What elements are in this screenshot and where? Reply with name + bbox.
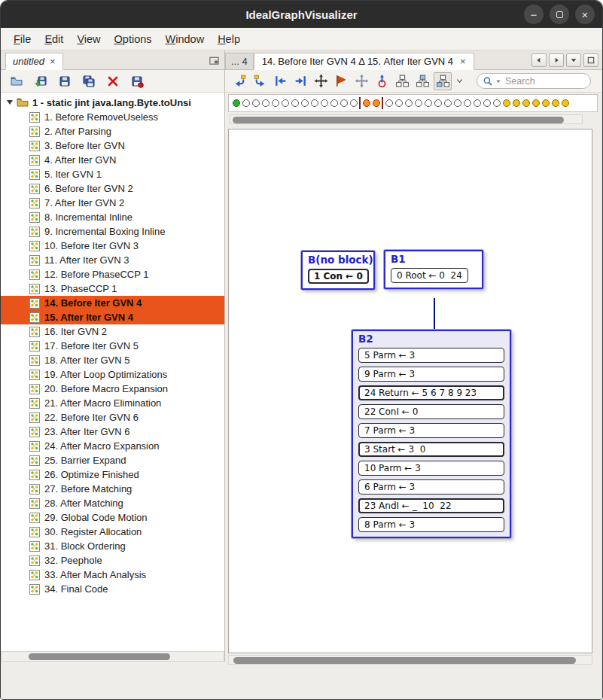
tree-item[interactable]: 14. Before Iter GVN 4 <box>1 296 224 310</box>
tree-item[interactable]: 3. Before Iter GVN <box>1 138 224 153</box>
expand-diff-left-button[interactable] <box>230 72 248 90</box>
timeline-phase-dot[interactable] <box>415 99 422 107</box>
timeline-phase-dot[interactable] <box>330 99 338 107</box>
tree-item[interactable]: 11. After Iter GVN 3 <box>1 253 224 267</box>
save-all-button[interactable] <box>81 73 97 90</box>
tree-item[interactable]: 24. After Macro Expansion <box>1 439 224 453</box>
timeline-hscrollbar[interactable] <box>230 114 583 124</box>
timeline-phase-dot[interactable] <box>464 99 471 107</box>
tree-item[interactable]: 4. After Iter GVN <box>1 153 224 167</box>
graph-block-b2[interactable]: B2 5 Parm ← 39 Parm ← 324 Return ← 5 6 7… <box>352 330 511 538</box>
tab-close-icon[interactable]: × <box>50 56 56 66</box>
tree-item[interactable]: 2. After Parsing <box>1 124 224 138</box>
tree-item[interactable]: 15. After Iter GVN 4 <box>1 310 224 324</box>
tree-item[interactable]: 6. Before Iter GVN 2 <box>1 181 224 196</box>
timeline-phase-dot[interactable] <box>405 99 413 107</box>
timeline-hscrollbar-thumb[interactable] <box>233 117 564 123</box>
tab-untitled[interactable]: untitled × <box>5 53 63 70</box>
save-graph-button[interactable] <box>56 73 73 90</box>
timeline-phase-dot[interactable] <box>242 99 250 107</box>
maximize-button[interactable] <box>550 5 569 24</box>
tree-item[interactable]: 30. Register Allocation <box>1 525 224 539</box>
tab-scroll-right-button[interactable] <box>549 53 564 67</box>
canvas-hscrollbar[interactable] <box>228 655 592 665</box>
timeline-phase-dot[interactable] <box>425 99 432 107</box>
graph-block-b1[interactable]: B1 0 Root ← 0 24 <box>384 250 483 289</box>
graph-node-row[interactable]: 22 ConI ← 0 <box>358 404 504 419</box>
timeline-phase-dot[interactable] <box>233 99 240 107</box>
timeline-phase-dot[interactable] <box>301 99 309 107</box>
graph-block-noblock[interactable]: B(no block) 1 Con ← 0 <box>301 251 375 290</box>
graph-node-row[interactable]: 24 Return ← 5 6 7 8 9 23 <box>358 385 504 400</box>
tab-scroll-left-button[interactable] <box>531 53 547 67</box>
phase-tree[interactable]: 1 - static jint java.lang.Byte.toUnsi 1.… <box>1 93 224 651</box>
timeline-phase-dot[interactable] <box>291 99 299 107</box>
tree-item[interactable]: 17. Before Iter GVN 5 <box>1 339 224 353</box>
graph-node-row[interactable]: 0 Root ← 0 24 <box>391 268 468 283</box>
menu-edit[interactable]: Edit <box>38 30 70 48</box>
tree-item[interactable]: 13. PhaseCCP 1 <box>1 282 224 296</box>
graph-node-row[interactable]: 1 Con ← 0 <box>308 269 369 284</box>
zoom-selection-button[interactable] <box>332 72 350 90</box>
import-graph-button[interactable] <box>32 73 49 90</box>
pan-mode-button[interactable] <box>312 72 330 90</box>
tree-item[interactable]: 10. Before Iter GVN 3 <box>1 239 224 253</box>
tree-item[interactable]: 8. Incremental Inline <box>1 210 224 224</box>
tree-root[interactable]: 1 - static jint java.lang.Byte.toUnsi <box>1 95 224 110</box>
timeline-phase-dot[interactable] <box>363 99 370 107</box>
timeline-phase-dot[interactable] <box>434 99 442 107</box>
tree-item[interactable]: 7. After Iter GVN 2 <box>1 196 224 210</box>
tab-list-button[interactable] <box>566 53 581 67</box>
outline-hscrollbar[interactable] <box>1 651 224 662</box>
tree-item[interactable]: 16. Iter GVN 2 <box>1 324 224 339</box>
expand-diff-right-button[interactable] <box>251 72 269 90</box>
title-bar[interactable]: IdealGraphVisualizer − × <box>1 1 602 28</box>
graph-node-row[interactable]: 3 Start ← 3 0 <box>358 442 504 457</box>
graph-node-row[interactable]: 7 Parm ← 3 <box>358 423 504 438</box>
timeline-phase-dot[interactable] <box>513 99 520 107</box>
timeline-phase-dot[interactable] <box>562 99 569 107</box>
menu-options[interactable]: Options <box>108 30 159 48</box>
shrink-diff-left-button[interactable] <box>271 72 289 90</box>
tree-item[interactable]: 22. Before Iter GVN 6 <box>1 410 224 425</box>
tree-item[interactable]: 19. After Loop Optimizations <box>1 367 224 382</box>
menu-view[interactable]: View <box>70 30 107 48</box>
timeline-phase-dot[interactable] <box>503 99 510 107</box>
tree-item[interactable]: 21. After Macro Elimination <box>1 396 224 410</box>
tree-item[interactable]: 34. Final Code <box>1 582 224 596</box>
timeline-phase-dot[interactable] <box>340 99 348 107</box>
graph-node-row[interactable]: 5 Parm ← 3 <box>358 348 504 363</box>
graph-node-row[interactable]: 10 Parm ← 3 <box>358 461 504 476</box>
tree-item[interactable]: 26. Optimize Finished <box>1 467 224 482</box>
expander-icon[interactable] <box>7 100 13 105</box>
extract-nodes-button[interactable] <box>373 72 391 90</box>
tree-item[interactable]: 20. Before Macro Expansion <box>1 382 224 396</box>
tree-item[interactable]: 25. Barrier Expand <box>1 453 224 467</box>
graph-node-row[interactable]: 8 Parm ← 3 <box>358 517 504 532</box>
timeline-phase-dot[interactable] <box>552 99 559 107</box>
tree-item[interactable]: 5. Iter GVN 1 <box>1 167 224 181</box>
tree-item[interactable]: 1. Before RemoveUseless <box>1 110 224 124</box>
toolbar-overflow-button[interactable] <box>454 72 464 90</box>
tab-maximize-button[interactable] <box>583 53 598 67</box>
tree-item[interactable]: 28. After Matching <box>1 496 224 510</box>
tree-item[interactable]: 33. After Mach Analysis <box>1 568 224 582</box>
search-box[interactable] <box>477 73 591 89</box>
outline-hscrollbar-thumb[interactable] <box>29 653 170 660</box>
tab-diff-active[interactable]: 14. Before Iter GVN 4 Δ 15. After Iter G… <box>254 53 474 70</box>
timeline-phase-dot[interactable] <box>483 99 491 107</box>
timeline-phase-dot[interactable] <box>395 99 403 107</box>
graph-node-row[interactable]: 9 Parm ← 3 <box>358 367 504 382</box>
timeline-phase-dot[interactable] <box>493 99 501 107</box>
canvas-hscrollbar-thumb[interactable] <box>233 657 576 664</box>
expand-selection-button[interactable] <box>352 72 370 90</box>
timeline-phase-dot[interactable] <box>454 99 461 107</box>
graph-node-row[interactable]: 6 Parm ← 3 <box>358 479 504 495</box>
cluster-layout-b-button[interactable] <box>413 72 431 90</box>
minimize-button[interactable]: − <box>524 5 544 24</box>
timeline-phase-dot[interactable] <box>272 99 279 107</box>
remove-graph-button[interactable] <box>105 73 121 90</box>
menu-help[interactable]: Help <box>211 30 247 48</box>
graph-node-row[interactable]: 23 AndI ← _ 10 22 <box>358 498 504 513</box>
timeline-phase-dot[interactable] <box>282 99 289 107</box>
